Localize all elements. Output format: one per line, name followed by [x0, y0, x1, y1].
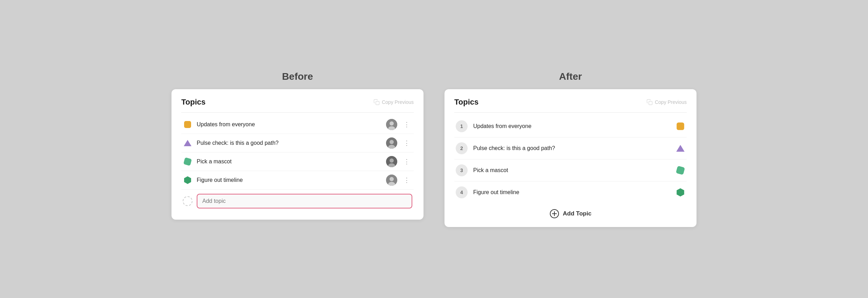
after-copy-previous-button[interactable]: Copy Previous	[646, 99, 687, 105]
after-divider	[454, 112, 687, 113]
before-avatar-1	[386, 119, 397, 130]
copy-icon	[373, 99, 380, 105]
rounded-rect-icon-yellow	[183, 120, 192, 129]
add-topic-row	[181, 191, 414, 211]
svg-marker-5	[184, 140, 191, 146]
after-icon-green	[676, 187, 685, 197]
after-panel: After Topics Copy Previous 1 Updates fro…	[444, 71, 696, 227]
after-topic-text-3: Pick a mascot	[473, 167, 670, 173]
after-card-header: Topics Copy Previous	[454, 98, 687, 107]
add-topic-label: Add Topic	[563, 210, 592, 217]
add-topic-button[interactable]: Add Topic	[454, 209, 687, 219]
svg-rect-20	[676, 166, 685, 175]
rounded-rect-icon-teal	[183, 157, 192, 166]
after-badge-3: 3	[456, 164, 468, 176]
before-card-title: Topics	[181, 98, 205, 107]
before-card: Topics Copy Previous Updates from	[172, 89, 424, 220]
after-item-2: 2 Pulse check: is this a good path?	[454, 137, 687, 159]
after-item-1: 1 Updates from everyone	[454, 115, 687, 137]
before-icon-1	[183, 120, 192, 129]
before-panel: Before Topics Copy Previous	[172, 71, 424, 220]
before-item-1: Updates from everyone ⋮	[181, 115, 414, 134]
after-badge-4: 4	[456, 186, 468, 198]
svg-point-7	[390, 140, 394, 144]
before-avatar-2	[386, 137, 397, 149]
triangle-icon-purple	[183, 139, 192, 148]
after-icon-yellow	[676, 121, 685, 131]
before-item-4: Figure out timeline ⋮	[181, 171, 414, 190]
before-more-button-3[interactable]: ⋮	[401, 158, 412, 165]
before-heading: Before	[282, 71, 313, 82]
after-copy-previous-label: Copy Previous	[655, 99, 687, 105]
before-avatar-3	[386, 156, 397, 167]
before-topic-text-3: Pick a mascot	[197, 158, 382, 165]
after-card-title: Topics	[454, 98, 478, 107]
after-badge-1: 1	[456, 120, 468, 132]
page-wrapper: Before Topics Copy Previous	[172, 71, 696, 227]
before-icon-3	[183, 157, 192, 166]
svg-point-3	[390, 121, 394, 126]
svg-point-11	[390, 158, 394, 163]
hexagon-icon-green	[183, 176, 192, 185]
before-more-button-2[interactable]: ⋮	[401, 139, 412, 147]
after-icon-teal	[676, 165, 685, 175]
svg-point-15	[390, 177, 394, 181]
svg-marker-21	[677, 188, 684, 197]
svg-rect-17	[649, 101, 652, 105]
before-topic-text-4: Figure out timeline	[197, 177, 382, 183]
before-topic-text-2: Pulse check: is this a good path?	[197, 140, 382, 146]
before-item-3: Pick a mascot ⋮	[181, 152, 414, 171]
after-topic-text-1: Updates from everyone	[473, 123, 670, 129]
svg-rect-0	[376, 101, 379, 105]
after-heading: After	[559, 71, 582, 82]
after-card: Topics Copy Previous 1 Updates from ever…	[444, 89, 696, 227]
before-icon-4	[183, 175, 192, 185]
before-more-button-4[interactable]: ⋮	[401, 176, 412, 184]
before-item-2: Pulse check: is this a good path? ⋮	[181, 134, 414, 152]
before-topic-text-1: Updates from everyone	[197, 121, 382, 128]
svg-marker-19	[676, 145, 685, 151]
after-icon-purple	[676, 143, 685, 153]
before-copy-previous-label: Copy Previous	[382, 99, 414, 105]
svg-rect-1	[184, 121, 191, 128]
svg-marker-13	[184, 176, 191, 184]
before-card-header: Topics Copy Previous	[181, 98, 414, 107]
svg-rect-18	[677, 122, 684, 130]
before-more-button-1[interactable]: ⋮	[401, 121, 412, 128]
dashed-circle-icon	[183, 196, 192, 206]
svg-rect-9	[183, 157, 192, 166]
before-copy-previous-button[interactable]: Copy Previous	[373, 99, 414, 105]
add-circle-icon	[550, 209, 559, 219]
after-badge-2: 2	[456, 142, 468, 154]
add-topic-input[interactable]	[197, 194, 412, 208]
copy-icon-after	[646, 99, 653, 105]
before-avatar-4	[386, 175, 397, 186]
after-topic-text-2: Pulse check: is this a good path?	[473, 145, 670, 151]
before-divider	[181, 112, 414, 113]
after-item-3: 3 Pick a mascot	[454, 159, 687, 182]
after-topic-text-4: Figure out timeline	[473, 189, 670, 196]
before-icon-2	[183, 138, 192, 148]
after-item-4: 4 Figure out timeline	[454, 182, 687, 203]
